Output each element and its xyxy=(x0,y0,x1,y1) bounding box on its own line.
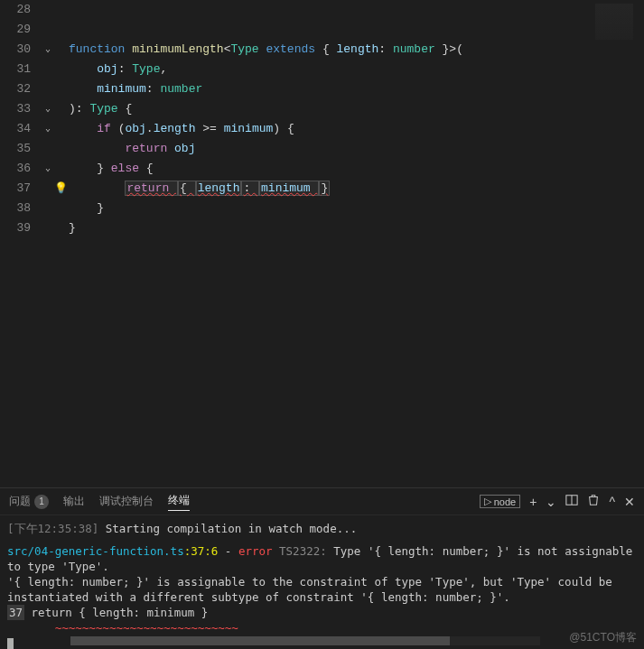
code-line[interactable]: obj: Type, xyxy=(69,60,644,79)
line-number: 39 xyxy=(0,218,31,238)
code-token: extends xyxy=(266,42,322,56)
code-token: length xyxy=(154,122,203,135)
code-token xyxy=(69,181,125,195)
code-area[interactable]: function minimumLength<Type extends { le… xyxy=(69,0,644,487)
fold-toggle xyxy=(42,60,54,79)
code-token: obj xyxy=(174,142,195,155)
close-panel-icon[interactable]: ✕ xyxy=(624,495,635,509)
code-token: number xyxy=(160,82,202,96)
code-token: minimumLength xyxy=(132,42,223,56)
compile-msg: Starting compilation in watch mode... xyxy=(98,522,357,535)
bottom-panel: 问题 1 输出 调试控制台 终端 ▷ node + ⌄ ^ ✕ xyxy=(0,487,644,649)
code-token: } xyxy=(69,201,104,215)
code-token: return xyxy=(125,181,178,196)
fold-toggle[interactable]: ⌄ xyxy=(42,119,54,139)
lightbulb-icon xyxy=(54,40,69,60)
code-token: : xyxy=(241,181,259,196)
lightbulb-column[interactable]: 💡 xyxy=(54,0,69,487)
minimap-content xyxy=(595,4,633,40)
code-editor[interactable]: 282930313233343536373839 ⌄⌄⌄⌄ 💡 function… xyxy=(0,0,644,487)
fold-toggle xyxy=(42,199,54,218)
line-number: 35 xyxy=(0,139,31,159)
code-token xyxy=(69,122,97,135)
error-file: src/04-generic-function.ts xyxy=(7,544,184,558)
code-token xyxy=(69,62,97,76)
tab-output[interactable]: 输出 xyxy=(63,494,85,509)
code-token: number xyxy=(393,42,443,56)
terminal-output[interactable]: [下午12:35:38] Starting compilation in wat… xyxy=(0,515,644,649)
code-line[interactable]: return obj xyxy=(69,139,644,159)
lightbulb-icon xyxy=(54,20,69,40)
code-token: Type xyxy=(230,42,266,56)
lightbulb-icon xyxy=(54,218,69,238)
minimap[interactable] xyxy=(590,0,644,487)
code-line[interactable]: } xyxy=(69,199,644,218)
terminal-launcher-icon: ▷ xyxy=(484,496,491,507)
tab-problems-label: 问题 xyxy=(9,494,31,509)
code-token: }>( xyxy=(443,42,463,56)
terminal-cursor xyxy=(7,638,14,650)
code-token: minimum xyxy=(224,122,274,135)
fold-toggle xyxy=(42,139,54,159)
terminal-source-line: 37 return { length: minimum } xyxy=(7,605,637,620)
fold-toggle xyxy=(42,20,54,40)
fold-toggle xyxy=(42,179,54,199)
code-token: minimum xyxy=(259,181,319,196)
maximize-panel-icon[interactable]: ^ xyxy=(609,495,615,509)
code-token: obj xyxy=(125,122,145,135)
tab-debug-console-label: 调试控制台 xyxy=(99,494,154,509)
fold-toggle xyxy=(42,79,54,99)
fold-toggle[interactable]: ⌄ xyxy=(42,159,54,179)
split-terminal-icon[interactable] xyxy=(565,494,578,509)
tab-terminal-label: 终端 xyxy=(168,493,190,508)
code-token: function xyxy=(69,42,132,56)
code-token xyxy=(69,142,125,155)
terminal-launcher[interactable]: ▷ node xyxy=(480,495,520,508)
code-line[interactable]: if (obj.length >= minimum) { xyxy=(69,119,644,139)
code-line[interactable]: } else { xyxy=(69,159,644,179)
tab-debug-console[interactable]: 调试控制台 xyxy=(99,494,154,509)
lightbulb-icon[interactable]: 💡 xyxy=(54,179,69,199)
fold-column[interactable]: ⌄⌄⌄⌄ xyxy=(42,0,54,487)
error-line-number: 37 xyxy=(7,605,24,620)
line-number: 36 xyxy=(0,159,31,179)
chevron-down-icon[interactable]: ⌄ xyxy=(546,495,556,509)
code-token xyxy=(69,82,97,96)
fold-toggle[interactable]: ⌄ xyxy=(42,40,54,60)
code-token: length xyxy=(337,42,379,56)
code-line[interactable] xyxy=(69,0,644,20)
error-underline: ~~~~~~~~~~~~~~~~~~~~~~~~~~~ xyxy=(7,620,637,635)
error-location: :37:6 xyxy=(184,544,219,558)
line-number: 28 xyxy=(0,0,31,20)
code-token: >= xyxy=(202,122,223,135)
code-line[interactable] xyxy=(69,20,644,40)
new-terminal-icon[interactable]: + xyxy=(529,495,537,509)
code-token: { xyxy=(322,42,337,56)
kill-terminal-icon[interactable] xyxy=(587,494,600,509)
code-token: length xyxy=(196,181,242,196)
timestamp: [下午12:35:38] xyxy=(7,522,98,535)
lightbulb-icon xyxy=(54,199,69,218)
line-number: 33 xyxy=(0,99,31,119)
line-number: 31 xyxy=(0,60,31,79)
code-line[interactable]: function minimumLength<Type extends { le… xyxy=(69,40,644,60)
code-line[interactable]: } xyxy=(69,218,644,238)
terminal-error-header: src/04-generic-function.ts:37:6 - error … xyxy=(7,543,637,574)
tab-problems[interactable]: 问题 1 xyxy=(9,494,49,509)
fold-toggle[interactable]: ⌄ xyxy=(42,99,54,119)
code-line[interactable]: ): Type { xyxy=(69,99,644,119)
code-token: { xyxy=(146,162,154,175)
problems-count-badge: 1 xyxy=(34,495,49,509)
code-token: else xyxy=(111,162,146,175)
fold-toggle xyxy=(42,0,54,20)
code-token: } xyxy=(319,181,330,196)
error-msg-2: '{ length: number; }' is assignable to t… xyxy=(7,574,637,605)
code-line[interactable]: return { length: minimum } xyxy=(69,179,644,199)
line-number: 30 xyxy=(0,40,31,60)
line-number: 34 xyxy=(0,119,31,139)
panel-tabs-actions: ▷ node + ⌄ ^ ✕ xyxy=(480,494,635,509)
code-token: ) { xyxy=(273,122,294,135)
tab-terminal[interactable]: 终端 xyxy=(168,493,190,511)
error-source: return { length: minimum } xyxy=(24,606,208,619)
code-line[interactable]: minimum: number xyxy=(69,79,644,99)
